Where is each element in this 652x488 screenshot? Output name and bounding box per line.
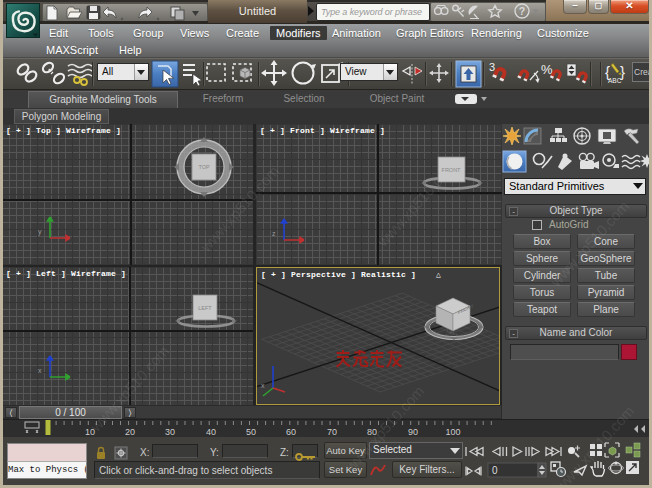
svg-text:z: z (272, 230, 276, 237)
svg-text:30: 30 (165, 427, 175, 437)
svg-text:90: 90 (408, 427, 418, 437)
svg-text:70: 70 (327, 427, 337, 437)
svg-text:3: 3 (489, 61, 495, 73)
svg-text:y: y (38, 228, 42, 236)
svg-text:x: x (261, 382, 265, 389)
svg-text:100: 100 (445, 427, 460, 437)
svg-text:0: 0 (492, 465, 498, 476)
svg-text:50: 50 (246, 427, 256, 437)
svg-text:TOP: TOP (198, 164, 210, 170)
svg-text:60: 60 (286, 427, 296, 437)
svg-text:ABC: ABC (608, 77, 622, 84)
svg-text:x: x (38, 367, 42, 374)
svg-text:40: 40 (206, 427, 216, 437)
svg-text:?: ? (519, 5, 525, 17)
svg-text:LEFT: LEFT (198, 305, 212, 311)
svg-text:20: 20 (125, 427, 135, 437)
